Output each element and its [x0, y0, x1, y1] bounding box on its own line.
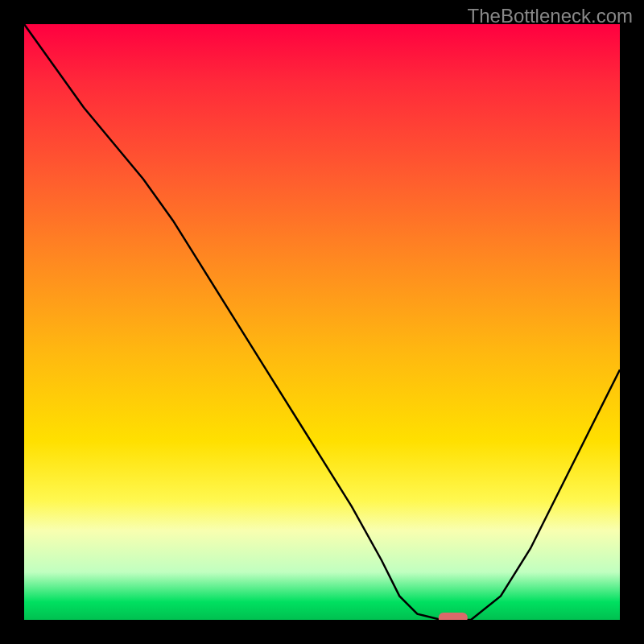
- watermark-text: TheBottleneck.com: [468, 5, 633, 27]
- optimal-point-marker: [439, 613, 468, 620]
- bottleneck-curve: [24, 24, 620, 620]
- bottleneck-curve-chart: [24, 24, 620, 620]
